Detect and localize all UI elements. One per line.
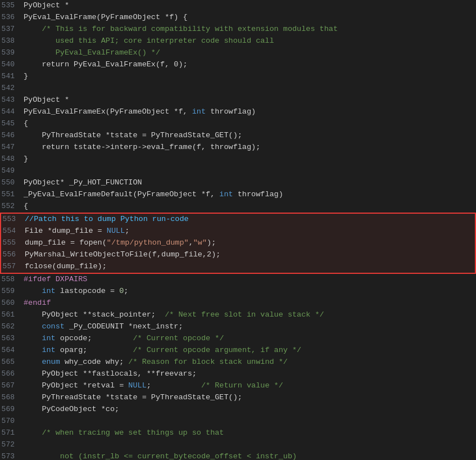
- line-content: PyObject* _Py_HOT_FUNCTION: [24, 177, 472, 189]
- code-line: 549: [0, 165, 476, 177]
- line-number: 560: [0, 297, 24, 309]
- line-content: PyObject *: [24, 94, 472, 106]
- line-number: 568: [0, 392, 24, 403]
- line-content: PyCodeObject *co;: [24, 404, 472, 416]
- line-content: }: [24, 71, 472, 83]
- line-content: fclose(dump_file);: [25, 261, 470, 273]
- code-line: 572: [0, 439, 476, 451]
- code-line: 570: [0, 416, 476, 427]
- code-line: 568 PyThreadState *tstate = PyThreadStat…: [0, 392, 476, 404]
- code-line: 542: [0, 83, 476, 94]
- code-line: 541}: [0, 71, 476, 83]
- line-number: 569: [0, 404, 24, 415]
- line-content: PyMarshal_WriteObjectToFile(f,dump_file,…: [25, 249, 470, 261]
- line-number: 572: [0, 439, 24, 450]
- code-line: 552{: [0, 201, 476, 213]
- line-number: 573: [0, 451, 24, 460]
- line-number: 566: [0, 368, 24, 380]
- line-content: PyObject *: [24, 0, 472, 12]
- line-number: 540: [0, 59, 24, 70]
- code-line: 562 const _Py_CODEUNIT *next_instr;: [0, 321, 476, 333]
- line-number: 546: [0, 130, 24, 141]
- line-number: 556: [1, 249, 25, 260]
- code-line: 547 return tstate->interp->eval_frame(f,…: [0, 142, 476, 154]
- line-content: dump_file = fopen("/tmp/python_dump","w"…: [25, 237, 470, 249]
- code-line: 544PyEval_EvalFrameEx(PyFrameObject *f, …: [0, 106, 476, 118]
- line-content: File *dump_file = NULL;: [25, 226, 470, 237]
- line-number: 551: [0, 189, 24, 200]
- code-line: 566 PyObject **fastlocals, **freevars;: [0, 368, 476, 380]
- code-line: 535PyObject *: [0, 0, 476, 12]
- line-content: return PyEval_EvalFrameEx(f, 0);: [24, 59, 472, 71]
- code-line: 563 int opcode; /* Current opcode */: [0, 333, 476, 345]
- line-number: 561: [0, 309, 24, 321]
- line-number: 558: [0, 274, 24, 285]
- line-number: 548: [0, 154, 24, 165]
- line-number: 543: [0, 94, 24, 106]
- line-number: 570: [0, 416, 24, 427]
- line-number: 552: [0, 201, 24, 212]
- line-content: {: [24, 201, 472, 213]
- code-line: 555dump_file = fopen("/tmp/python_dump",…: [0, 237, 476, 249]
- line-content: PyEval_EvalFrameEx(PyFrameObject *f, int…: [24, 106, 472, 118]
- code-line: 550PyObject* _Py_HOT_FUNCTION: [0, 177, 476, 189]
- line-content: PyObject **fastlocals, **freevars;: [24, 368, 472, 380]
- line-content: /* when tracing we set things up so that: [24, 427, 472, 439]
- line-number: 563: [0, 333, 24, 344]
- code-line: 558#ifdef DXPAIRS: [0, 274, 476, 286]
- line-content: int lastopcode = 0;: [24, 286, 472, 297]
- code-line: 537 /* This is for backward compatibilit…: [0, 24, 476, 35]
- line-number: 535: [0, 0, 24, 11]
- code-editor: 535PyObject *536PyEval_EvalFrame(PyFrame…: [0, 0, 476, 460]
- line-content: PyThreadState *tstate = PyThreadState_GE…: [24, 392, 472, 404]
- line-number: 539: [0, 47, 24, 58]
- code-line: 565 enum why_code why; /* Reason for blo…: [0, 357, 476, 368]
- code-line: 564 int oparg; /* Current opcode argumen…: [0, 345, 476, 357]
- code-line: 554File *dump_file = NULL;: [0, 226, 476, 237]
- line-number: 544: [0, 106, 24, 118]
- line-content: const _Py_CODEUNIT *next_instr;: [24, 321, 472, 333]
- line-number: 547: [0, 142, 24, 153]
- code-line: 538 used this API; core interpreter code…: [0, 35, 476, 47]
- code-line: 539 PyEval_EvalFrameEx() */: [0, 47, 476, 59]
- code-line: 571 /* when tracing we set things up so …: [0, 427, 476, 439]
- code-line: 553//Patch this to dump Python run-code: [0, 213, 476, 226]
- code-line: 561 PyObject **stack_pointer; /* Next fr…: [0, 309, 476, 321]
- code-line: 567 PyObject *retval = NULL; /* Return v…: [0, 380, 476, 392]
- line-number: 554: [1, 226, 25, 237]
- code-line: 573 not (instr_lb <= current_bytecode_of…: [0, 451, 476, 460]
- line-content: PyEval_EvalFrameEx() */: [24, 47, 472, 59]
- line-content: return tstate->interp->eval_frame(f, thr…: [24, 142, 472, 154]
- line-content: int opcode; /* Current opcode */: [24, 333, 472, 345]
- line-number: 541: [0, 71, 24, 82]
- code-line: 559 int lastopcode = 0;: [0, 286, 476, 297]
- line-content: //Patch this to dump Python run-code: [25, 214, 470, 226]
- line-content: _PyEval_EvalFrameDefault(PyFrameObject *…: [24, 189, 472, 201]
- line-content: #ifdef DXPAIRS: [24, 274, 472, 286]
- code-line: 546 PyThreadState *tstate = PyThreadStat…: [0, 130, 476, 142]
- line-content: PyObject *retval = NULL; /* Return value…: [24, 380, 472, 392]
- code-line: 543PyObject *: [0, 94, 476, 106]
- line-number: 555: [1, 237, 25, 249]
- code-line: 536PyEval_EvalFrame(PyFrameObject *f) {: [0, 12, 476, 24]
- line-content: }: [24, 154, 472, 165]
- line-number: 550: [0, 177, 24, 188]
- code-line: 560#endif: [0, 297, 476, 309]
- line-number: 537: [0, 24, 24, 35]
- line-number: 565: [0, 357, 24, 368]
- line-number: 538: [0, 35, 24, 47]
- line-content: enum why_code why; /* Reason for block s…: [24, 357, 472, 368]
- line-number: 553: [1, 214, 25, 225]
- code-line: 551_PyEval_EvalFrameDefault(PyFrameObjec…: [0, 189, 476, 201]
- line-number: 536: [0, 12, 24, 23]
- line-content: PyThreadState *tstate = PyThreadState_GE…: [24, 130, 472, 142]
- line-number: 559: [0, 286, 24, 297]
- line-content: PyEval_EvalFrame(PyFrameObject *f) {: [24, 12, 472, 24]
- line-content: int oparg; /* Current opcode argument, i…: [24, 345, 472, 357]
- line-number: 542: [0, 83, 24, 94]
- line-content: not (instr_lb <= current_bytecode_offset…: [24, 451, 472, 460]
- line-content: {: [24, 118, 472, 130]
- line-content: PyObject **stack_pointer; /* Next free s…: [24, 309, 472, 321]
- code-line: 540 return PyEval_EvalFrameEx(f, 0);: [0, 59, 476, 71]
- code-line: 548}: [0, 154, 476, 165]
